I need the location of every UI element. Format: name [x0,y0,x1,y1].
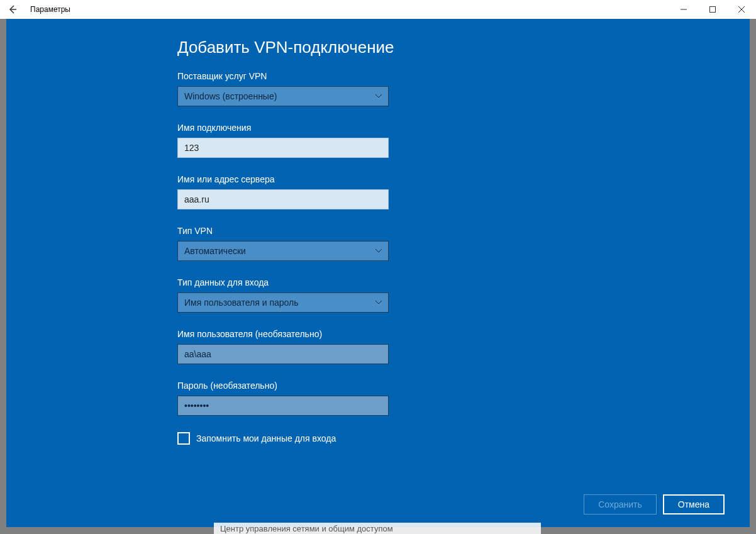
server-address-label: Имя или адрес сервера [177,174,750,184]
chevron-down-icon [375,93,382,99]
remember-row: Запомнить мои данные для входа [177,432,750,445]
connection-name-input[interactable] [177,138,389,158]
maximize-icon [709,6,716,13]
field-connection-name: Имя подключения [177,123,750,158]
signin-type-dropdown[interactable]: Имя пользователя и пароль [177,292,389,313]
signin-type-value: Имя пользователя и пароль [184,298,299,308]
field-signin-type: Тип данных для входа Имя пользователя и … [177,277,750,313]
vpn-type-dropdown[interactable]: Автоматически [177,241,389,261]
password-label: Пароль (необязательно) [177,381,750,391]
chevron-down-icon [375,248,382,254]
back-arrow-icon [8,4,18,14]
password-input[interactable] [177,396,389,416]
field-vpn-type: Тип VPN Автоматически [177,226,750,261]
footer-link[interactable]: Центр управления сетями и общим доступом [214,523,541,534]
remember-label: Запомнить мои данные для входа [196,433,336,443]
window-controls [669,0,756,19]
maximize-button[interactable] [698,0,727,19]
minimize-icon [681,6,687,13]
username-input[interactable] [177,344,389,364]
titlebar: Параметры [0,0,756,19]
provider-label: Поставщик услуг VPN [177,71,750,81]
close-button[interactable] [727,0,756,19]
back-button[interactable] [0,0,25,19]
provider-value: Windows (встроенные) [184,91,277,101]
field-provider: Поставщик услуг VPN Windows (встроенные) [177,71,750,106]
chevron-down-icon [375,299,382,306]
close-icon [738,6,745,13]
minimize-button[interactable] [669,0,698,19]
add-vpn-overlay: Добавить VPN-подключение Поставщик услуг… [6,19,750,527]
window-title: Параметры [30,5,70,14]
remember-checkbox[interactable] [177,432,190,445]
server-address-input[interactable] [177,189,389,209]
field-password: Пароль (необязательно) [177,381,750,416]
page-title: Добавить VPN-подключение [177,38,750,57]
signin-type-label: Тип данных для входа [177,277,750,287]
form-content: Добавить VPN-подключение Поставщик услуг… [6,19,750,445]
svg-rect-2 [710,7,716,13]
vpn-type-label: Тип VPN [177,226,750,236]
username-label: Имя пользователя (необязательно) [177,329,750,339]
save-button[interactable]: Сохранить [584,494,657,515]
connection-name-label: Имя подключения [177,123,750,133]
field-username: Имя пользователя (необязательно) [177,329,750,364]
field-server-address: Имя или адрес сервера [177,174,750,209]
provider-dropdown[interactable]: Windows (встроенные) [177,86,389,106]
button-row: Сохранить Отмена [584,494,725,515]
vpn-type-value: Автоматически [184,246,246,256]
cancel-button[interactable]: Отмена [663,494,725,515]
